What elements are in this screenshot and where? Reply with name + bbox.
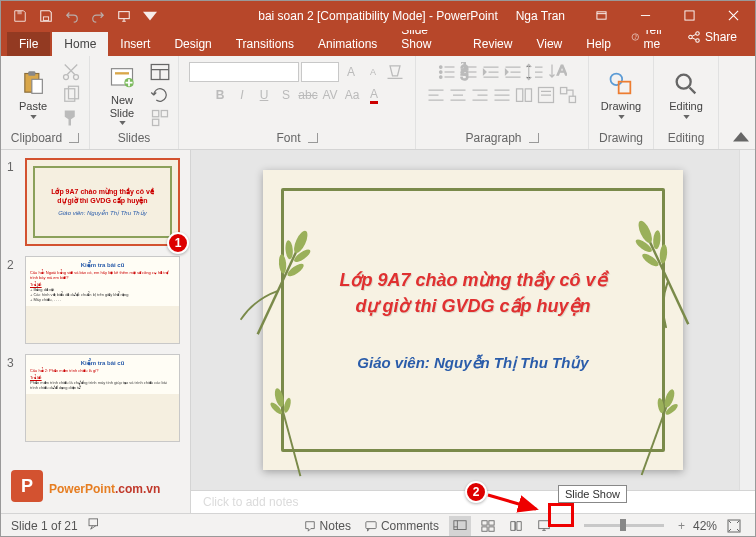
bold-button[interactable]: B <box>210 85 230 105</box>
vertical-scrollbar[interactable] <box>739 150 755 490</box>
slide-thumbnail-2[interactable]: Kiểm tra bài cũ Câu hỏi: Ngoài bảng viết… <box>25 256 180 344</box>
smartart-icon[interactable] <box>558 85 578 105</box>
minimize-icon[interactable] <box>623 1 667 30</box>
font-color-icon[interactable]: A <box>364 85 384 105</box>
paste-button[interactable]: Paste <box>9 62 57 128</box>
fit-to-window-icon[interactable] <box>723 516 745 536</box>
slide-thumbnail-1[interactable]: Lớp 9A7 chào mừng thầy cô về dự giờ thi … <box>25 158 180 246</box>
svg-rect-22 <box>153 119 159 125</box>
watermark-text2: .com.vn <box>115 482 160 496</box>
ribbon-display-icon[interactable] <box>579 1 623 30</box>
increase-font-icon[interactable]: A <box>341 62 361 82</box>
svg-point-7 <box>696 32 700 36</box>
reading-view-icon[interactable] <box>505 516 527 536</box>
chevron-down-icon <box>119 121 126 125</box>
qat-dropdown-icon[interactable] <box>139 5 161 27</box>
svg-point-8 <box>696 39 700 43</box>
increase-indent-icon[interactable] <box>503 62 523 82</box>
decrease-indent-icon[interactable] <box>481 62 501 82</box>
bullets-icon[interactable] <box>437 62 457 82</box>
underline-button[interactable]: U <box>254 85 274 105</box>
case-icon[interactable]: Aa <box>342 85 362 105</box>
close-icon[interactable] <box>711 1 755 30</box>
svg-rect-32 <box>569 96 575 102</box>
drawing-button[interactable]: Drawing <box>597 62 645 128</box>
align-left-icon[interactable] <box>426 85 446 105</box>
section-icon[interactable] <box>150 108 170 128</box>
autosave-icon[interactable] <box>9 5 31 27</box>
clipboard-launcher-icon[interactable] <box>69 133 79 143</box>
tab-home[interactable]: Home <box>52 32 108 56</box>
tab-help[interactable]: Help <box>574 32 623 56</box>
save-icon[interactable] <box>35 5 57 27</box>
align-center-icon[interactable] <box>448 85 468 105</box>
undo-icon[interactable] <box>61 5 83 27</box>
strike-button[interactable]: abc <box>298 85 318 105</box>
new-slide-label: New Slide <box>110 94 134 118</box>
zoom-slider[interactable] <box>584 524 664 527</box>
slide-thumbnail-3[interactable]: Kiểm tra bài cũ Câu hỏi 2: Phần mềm trìn… <box>25 354 180 442</box>
decrease-font-icon[interactable]: A <box>363 62 383 82</box>
copy-icon[interactable] <box>61 85 81 105</box>
shadow-button[interactable]: S <box>276 85 296 105</box>
svg-point-24 <box>440 71 443 74</box>
svg-rect-0 <box>17 10 21 14</box>
current-slide[interactable]: Lớp 9A7 chào mừng thầy cô về dự giờ thi … <box>263 170 683 470</box>
zoom-level[interactable]: 42% <box>693 519 717 533</box>
svg-rect-52 <box>89 519 98 526</box>
tab-file[interactable]: File <box>7 32 50 56</box>
numbering-icon[interactable]: 123 <box>459 62 479 82</box>
paragraph-launcher-icon[interactable] <box>529 133 539 143</box>
language-indicator[interactable] <box>88 518 102 533</box>
svg-point-33 <box>611 74 623 86</box>
tab-transitions[interactable]: Transitions <box>224 32 306 56</box>
tab-review[interactable]: Review <box>461 32 524 56</box>
font-launcher-icon[interactable] <box>308 133 318 143</box>
comments-button[interactable]: Comments <box>361 519 443 533</box>
slide-sorter-icon[interactable] <box>477 516 499 536</box>
spacing-icon[interactable]: AV <box>320 85 340 105</box>
tab-animations[interactable]: Animations <box>306 32 389 56</box>
svg-point-23 <box>440 66 443 69</box>
editing-button[interactable]: Editing <box>662 62 710 128</box>
slide-counter[interactable]: Slide 1 of 21 <box>11 519 78 533</box>
layout-icon[interactable] <box>150 62 170 82</box>
shapes-icon <box>607 70 635 98</box>
svg-rect-1 <box>43 16 48 20</box>
annotation-callout-2: 2 <box>465 481 487 503</box>
user-name[interactable]: Nga Tran <box>502 9 579 23</box>
columns-icon[interactable] <box>514 85 534 105</box>
slideshow-view-icon[interactable] <box>533 516 555 536</box>
notes-button[interactable]: Notes <box>300 519 355 533</box>
tab-view[interactable]: View <box>524 32 574 56</box>
new-slide-button[interactable]: New Slide <box>98 62 146 128</box>
redo-icon[interactable] <box>87 5 109 27</box>
italic-button[interactable]: I <box>232 85 252 105</box>
tab-design[interactable]: Design <box>162 32 223 56</box>
normal-view-icon[interactable] <box>449 516 471 536</box>
line-spacing-icon[interactable] <box>525 62 545 82</box>
maximize-icon[interactable] <box>667 1 711 30</box>
format-painter-icon[interactable] <box>61 108 81 128</box>
svg-point-45 <box>652 230 661 250</box>
clear-formatting-icon[interactable] <box>385 62 405 82</box>
justify-icon[interactable] <box>492 85 512 105</box>
reset-icon[interactable] <box>150 85 170 105</box>
align-right-icon[interactable] <box>470 85 490 105</box>
thumb-number: 3 <box>7 354 19 442</box>
tab-insert[interactable]: Insert <box>108 32 162 56</box>
group-slides: New Slide Slides <box>90 56 179 149</box>
start-from-beginning-icon[interactable] <box>113 5 135 27</box>
font-size-dropdown[interactable] <box>301 62 339 82</box>
zoom-out-icon[interactable]: − <box>561 519 572 533</box>
collapse-ribbon-icon[interactable] <box>733 129 749 145</box>
svg-point-43 <box>283 397 293 413</box>
font-family-dropdown[interactable] <box>189 62 299 82</box>
align-text-icon[interactable] <box>536 85 556 105</box>
slide-canvas[interactable]: Lớp 9A7 chào mừng thầy cô về dự giờ thi … <box>191 150 755 490</box>
cut-icon[interactable] <box>61 62 81 82</box>
watermark-text1: PowerPoint <box>49 482 115 496</box>
editing-label: Editing <box>669 100 703 112</box>
zoom-in-icon[interactable]: + <box>676 519 687 533</box>
text-direction-icon[interactable]: A <box>547 62 567 82</box>
